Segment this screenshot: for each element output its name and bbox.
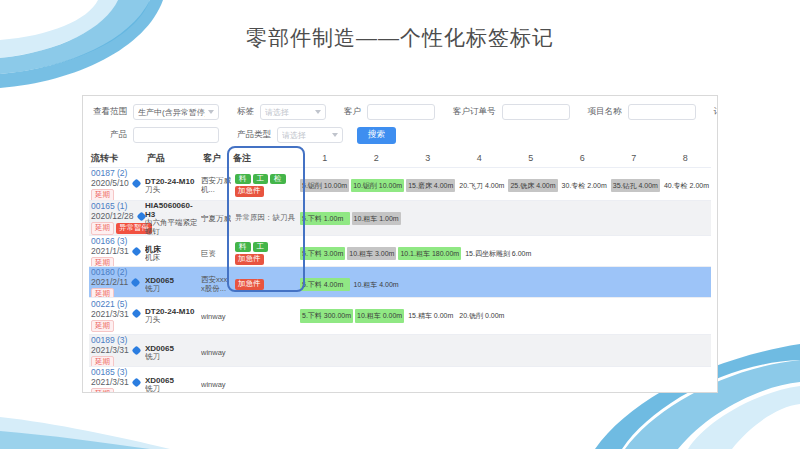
customer-order-input[interactable] bbox=[502, 104, 570, 120]
process-step[interactable]: 10.锯削 10.00m bbox=[351, 179, 404, 192]
card-status-tags: 延期 bbox=[91, 319, 145, 334]
process-step[interactable]: 20.飞刀 4.00m bbox=[457, 179, 506, 192]
chevron-down-icon bbox=[208, 110, 214, 114]
process-step-cell: 5.下料 4.00m bbox=[299, 278, 351, 291]
product-cell: HIA5060060-H3内六角平端紧定螺钉 bbox=[145, 201, 201, 236]
column-header: 1 bbox=[299, 153, 351, 163]
process-step[interactable]: 10.粗车 4.00m bbox=[352, 278, 402, 291]
table-row[interactable]: 00189 (3)2021/3/31延期XD0065铣刀winway bbox=[89, 335, 711, 367]
remark-text: 异常原因：缺刀具 bbox=[235, 214, 299, 222]
product-type: 机床 bbox=[145, 254, 201, 263]
card-number-link[interactable]: 00189 (3) bbox=[91, 335, 145, 345]
customer-cell: 宁夏万威 bbox=[201, 214, 231, 223]
process-step[interactable]: 5.下料 4.00m bbox=[300, 278, 350, 291]
order-no-label: 订单号 bbox=[714, 106, 719, 118]
customer-cell: winway bbox=[201, 312, 231, 321]
view-scope-select[interactable]: 生产中(含异常暂停) bbox=[133, 104, 219, 120]
presentation-slide: 零部件制造——个性化标签标记 查看范围 生产中(含异常暂停) 标签 请选择 客户… bbox=[0, 0, 800, 449]
remark-cell: 异常原因：缺刀具 bbox=[231, 214, 299, 222]
product-type-select[interactable]: 请选择 bbox=[277, 127, 343, 143]
remark-cell: 料工加急件 bbox=[231, 241, 299, 266]
table-row[interactable]: 00180 (2)2021/2/11延期XD0065铣刀西安xxx x股份...… bbox=[89, 267, 711, 298]
process-step-cell: 35.钻孔 4.00m bbox=[610, 179, 661, 192]
flow-card-cell: 00189 (3)2021/3/31延期 bbox=[89, 335, 145, 367]
column-header: 2 bbox=[351, 153, 403, 163]
process-step[interactable]: 10.粗车 3.00m bbox=[347, 247, 396, 260]
column-header: 5 bbox=[505, 153, 557, 163]
label-tag-icon[interactable] bbox=[131, 377, 141, 387]
card-date: 2021/1/31 bbox=[91, 246, 145, 256]
table-row[interactable]: 00166 (3)2021/1/31延期机床机床巨资料工加急件5.下料 3.00… bbox=[89, 236, 711, 267]
process-step[interactable]: 15.四坐标雕刻 6.00m bbox=[463, 247, 533, 260]
process-step[interactable]: 15.精车 0.00m bbox=[406, 309, 455, 322]
card-date-text: 2021/1/31 bbox=[91, 246, 129, 256]
card-number-link[interactable]: 00166 (3) bbox=[91, 236, 145, 246]
tag-select[interactable]: 请选择 bbox=[260, 104, 326, 120]
label-tag-icon[interactable] bbox=[131, 277, 141, 287]
label-tag-icon[interactable] bbox=[131, 309, 141, 319]
product-type: 内六角平端紧定螺钉 bbox=[145, 219, 201, 236]
card-number-link[interactable]: 00187 (2) bbox=[91, 168, 145, 178]
process-step[interactable]: 10.粗车 0.00m bbox=[355, 309, 404, 322]
product-type: 铣刀 bbox=[145, 353, 201, 362]
card-number-link[interactable]: 00180 (2) bbox=[91, 267, 145, 277]
process-step[interactable]: 5.下料 1.00m bbox=[300, 212, 350, 225]
process-step[interactable]: 5.下料 3.00m bbox=[300, 247, 345, 260]
process-step-cell: 5.下料 3.00m bbox=[299, 247, 346, 260]
card-number-link[interactable]: 00185 (3) bbox=[91, 367, 145, 377]
process-step-cell: 40.专检 2.00m bbox=[661, 179, 711, 192]
product-input[interactable] bbox=[133, 127, 219, 143]
process-step[interactable]: 5.锯削 10.00m bbox=[300, 179, 349, 192]
filter-row-1: 查看范围 生产中(含异常暂停) 标签 请选择 客户 客户订单号 项目名称 订单号 bbox=[89, 102, 711, 122]
card-date: 2021/3/31 bbox=[91, 309, 145, 319]
table-row[interactable]: 00187 (2)2020/5/10延期DT20-24-M10刀头西安万威机..… bbox=[89, 168, 711, 201]
product-type: 刀头 bbox=[145, 186, 201, 195]
product-type-placeholder: 请选择 bbox=[282, 130, 329, 141]
flow-card-cell: 00165 (1)2020/12/28延期异常暂停 bbox=[89, 201, 145, 236]
customer-cell: 西安万威机... bbox=[201, 176, 231, 194]
label-tag-icon[interactable] bbox=[131, 178, 141, 188]
process-step[interactable]: 30.专检 2.00m bbox=[560, 179, 609, 192]
process-step-cell: 30.专检 2.00m bbox=[559, 179, 610, 192]
table-row[interactable]: 00221 (5)2021/3/31延期DT20-24-M10刀头winway5… bbox=[89, 298, 711, 335]
customer-input[interactable] bbox=[367, 104, 435, 120]
label-tag-icon[interactable] bbox=[131, 246, 141, 256]
card-date-text: 2021/3/31 bbox=[91, 345, 129, 355]
process-step[interactable]: 20.铣削 0.00m bbox=[457, 309, 506, 322]
table-row[interactable]: 00185 (3)2021/3/31延期XD0065铣刀winway bbox=[89, 367, 711, 393]
process-step[interactable]: 40.专检 2.00m bbox=[662, 179, 711, 192]
card-number-link[interactable]: 00165 (1) bbox=[91, 201, 145, 211]
process-step-cell: 5.下料 300.00m bbox=[299, 309, 354, 322]
process-step[interactable]: 35.钻孔 4.00m bbox=[611, 179, 660, 192]
flow-card-cell: 00166 (3)2021/1/31延期 bbox=[89, 236, 145, 267]
card-status-tags: 延期 bbox=[91, 355, 145, 367]
column-header: 流转卡 bbox=[89, 152, 145, 165]
project-name-input[interactable] bbox=[628, 104, 696, 120]
customer-filter-label: 客户 bbox=[344, 106, 361, 118]
process-step-cell: 10.粗车 1.00m bbox=[351, 212, 403, 225]
column-header: 6 bbox=[557, 153, 609, 163]
card-date: 2020/5/10 bbox=[91, 178, 145, 188]
card-date: 2020/12/28 bbox=[91, 211, 145, 221]
process-step-cell: 20.飞刀 4.00m bbox=[456, 179, 507, 192]
process-step[interactable]: 25.铣床 4.00m bbox=[508, 179, 557, 192]
column-header: 8 bbox=[660, 153, 712, 163]
process-step[interactable]: 10.1.粗车 180.00m bbox=[398, 247, 461, 260]
table-body: 00187 (2)2020/5/10延期DT20-24-M10刀头西安万威机..… bbox=[89, 168, 711, 393]
tag-filter-label: 标签 bbox=[237, 106, 254, 118]
table-header-row: 流转卡产品客户备注12345678 bbox=[89, 149, 711, 168]
card-status-tags: 延期 bbox=[91, 188, 145, 201]
product-type-label: 产品类型 bbox=[237, 129, 271, 141]
product-type: 刀头 bbox=[145, 316, 201, 325]
card-number-link[interactable]: 00221 (5) bbox=[91, 299, 145, 309]
customer-cell: winway bbox=[201, 380, 231, 389]
process-step[interactable]: 5.下料 300.00m bbox=[300, 309, 353, 322]
status-tag: 延期 bbox=[91, 288, 114, 298]
card-date-text: 2020/5/10 bbox=[91, 178, 129, 188]
table-row[interactable]: 00165 (1)2020/12/28延期异常暂停HIA5060060-H3内六… bbox=[89, 201, 711, 236]
process-step[interactable]: 10.粗车 1.00m bbox=[352, 212, 402, 225]
label-tag-icon[interactable] bbox=[131, 345, 141, 355]
process-step[interactable]: 15.磨床 4.00m bbox=[406, 179, 455, 192]
search-button[interactable]: 搜索 bbox=[357, 127, 396, 144]
card-status-tags: 延期 bbox=[91, 256, 145, 267]
